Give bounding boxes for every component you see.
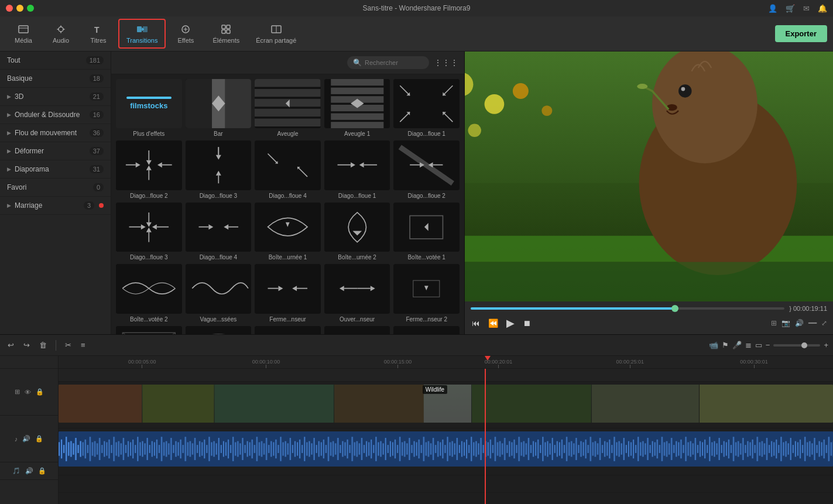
toolbar-item-effets[interactable]: Effets [168,20,203,47]
chevron-icon-diaporama: ▶ [7,166,11,172]
transition-item-aveugle1[interactable]: Aveugle 1 [324,79,390,137]
music-icon[interactable]: ♪ [15,436,18,443]
transition-item-ferme1[interactable]: Ferme...nseur [255,264,321,322]
fullscreen-icon[interactable]: ⊞ [771,319,777,327]
flag-icon[interactable]: ⚑ [722,341,729,349]
sidebar-item-favori[interactable]: Favori 0 [0,179,111,197]
sidebar-item-marriage[interactable]: ▶ Marriage 3 [0,197,111,215]
transition-item-boite3[interactable]: Boîte...votée 1 [393,203,460,260]
sidebar-item-3d[interactable]: ▶ 3D 21 [0,88,111,106]
transition-item-aveugle[interactable]: Aveugle [255,79,321,137]
transition-item-ferme2[interactable]: Ferme...nseur 2 [393,264,460,322]
undo-button[interactable]: ↩ [5,339,17,351]
toolbar-item-ecran-partage[interactable]: Écran partagé [249,20,303,47]
sidebar-item-flou[interactable]: ▶ Flou de mouvement 36 [0,124,111,142]
cut-button[interactable]: ✂ [62,339,74,351]
audio-lock-icon[interactable]: 🔒 [35,435,43,443]
transition-item-diago8[interactable]: Diago...floue 4 [186,203,252,260]
step-back-button[interactable]: ⏪ [487,317,499,329]
export-button[interactable]: Exporter [775,25,827,42]
transition-thumb-boite4 [116,264,182,313]
volume-icon[interactable]: 🔊 [795,319,804,327]
transition-item-diago1[interactable]: Diago...floue 1 [393,79,460,137]
transition-item-generic3[interactable] [255,326,321,334]
layout-icon[interactable]: ⊞ [15,388,20,396]
close-button[interactable] [6,5,13,12]
audio2-icon[interactable]: 🔊 [25,467,33,475]
transition-item-diago5[interactable]: Diago...floue 1 [324,140,390,198]
minus-icon[interactable]: − [766,341,770,349]
transition-item-vague[interactable]: Vague...ssées [186,264,252,322]
pip-icon[interactable]: ▭ [755,341,762,349]
transition-item-diago3[interactable]: Diago...floue 3 [186,140,252,198]
layers-icon[interactable]: ≣ [745,341,752,349]
transition-item-boite2[interactable]: Boîte...urnée 2 [324,203,390,260]
svg-point-130 [468,124,481,137]
transition-item-diago7[interactable]: Diago...floue 3 [116,203,182,260]
svg-point-137 [681,87,685,91]
delete-button[interactable]: 🗑 [36,339,50,351]
toolbar-item-audio[interactable]: Audio [43,20,78,47]
transition-item-generic1[interactable] [116,326,182,334]
transition-item-generic4[interactable] [324,326,390,334]
tl-separator-1 [56,340,56,351]
minimize-button[interactable] [16,5,23,12]
ruler-line-5 [142,365,142,368]
eye-icon[interactable]: 👁 [25,389,31,396]
account-icon[interactable]: 👤 [768,4,777,13]
cart-icon[interactable]: 🛒 [786,4,795,13]
transition-item-diago2[interactable]: Diago...floue 2 [116,140,182,198]
wildlife-label: Wildlife [423,385,447,394]
notification-icon[interactable]: 🔔 [818,4,827,13]
toolbar-item-elements[interactable]: Éléments [205,20,246,47]
toolbar-item-titres[interactable]: T Titres [81,20,116,47]
transition-item-bar[interactable]: Bar [186,79,252,137]
transition-item-filmstocks[interactable]: filmstocks Plus d'effets [116,79,182,137]
audio-eye-icon[interactable]: 🔊 [22,435,30,443]
search-box[interactable]: 🔍 [347,56,429,69]
transition-item-diago4[interactable]: Diago...floue 4 [255,140,321,198]
zoom-slider[interactable] [773,344,820,347]
progress-bar[interactable] [471,307,784,310]
transition-label-aveugle: Aveugle [277,131,299,137]
go-to-start-button[interactable]: ⏮ [471,317,481,329]
camera-icon[interactable]: 📹 [709,341,718,349]
sidebar-item-basique[interactable]: Basique 18 [0,70,111,88]
sidebar-item-tout[interactable]: Tout 181 [0,52,111,70]
aveugle1-svg [324,79,390,128]
grid-toggle-icon[interactable]: ⋮⋮⋮ [434,58,458,67]
expand-icon[interactable]: ⤢ [821,319,827,327]
timeline-track-header-top [0,356,58,369]
ruler-line-15 [397,365,398,368]
sidebar-item-diaporama[interactable]: ▶ Diaporama 31 [0,160,111,179]
maximize-button[interactable] [27,5,34,12]
adjust-button[interactable]: ≡ [78,339,88,351]
sidebar-item-onduler[interactable]: ▶ Onduler & Dissoudre 16 [0,106,111,124]
sidebar-item-deformer[interactable]: ▶ Déformer 37 [0,142,111,160]
boite4-svg [116,264,182,313]
transition-label-diago8: Diago...floue 4 [200,254,238,260]
transition-thumb-diago3 [186,140,252,190]
mail-icon[interactable]: ✉ [803,4,810,13]
plus-icon[interactable]: + [824,341,828,349]
toolbar-item-media[interactable]: Média [6,20,41,47]
snapshot-icon[interactable]: 📷 [781,319,790,327]
transition-item-boite1[interactable]: Boîte...urnée 1 [255,203,321,260]
svg-point-140 [637,84,647,89]
search-input[interactable] [365,59,423,66]
mic-icon[interactable]: 🎤 [732,341,742,349]
transition-label-boite1: Boîte...urnée 1 [269,254,307,260]
music2-icon[interactable]: 🎵 [12,467,20,475]
audio2-lock-icon[interactable]: 🔒 [38,467,46,475]
transition-item-generic2[interactable] [186,326,252,334]
stop-button[interactable]: ⏹ [522,317,532,329]
transition-item-boite4[interactable]: Boîte...votée 2 [116,264,182,322]
redo-button[interactable]: ↪ [20,339,33,351]
lock-icon[interactable]: 🔒 [36,388,44,396]
toolbar-item-transitions[interactable]: Transitions [118,19,166,49]
transition-item-generic5[interactable] [393,326,460,334]
transition-item-diago6[interactable]: Diago...floue 2 [393,140,460,198]
transition-item-ouvr[interactable]: Ouver...nseur [324,264,390,322]
play-button[interactable]: ▶ [505,316,516,331]
volume-bar-icon[interactable]: ━━ [808,319,817,327]
